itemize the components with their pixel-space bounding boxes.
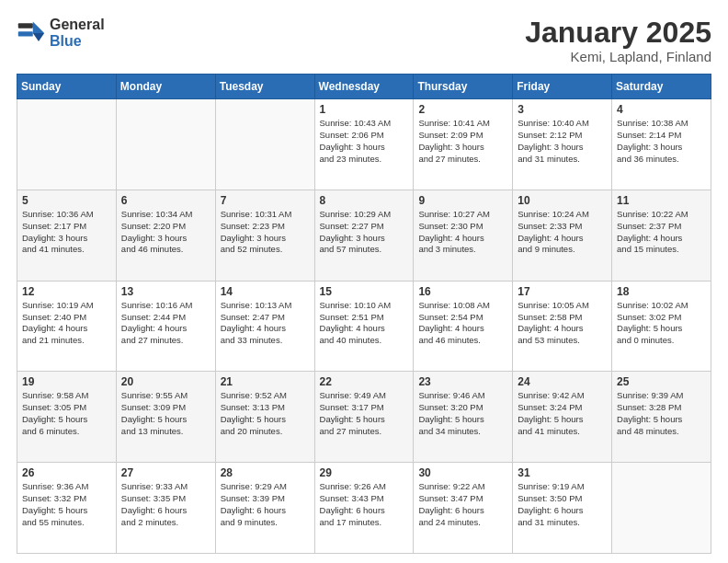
header-row: Sunday Monday Tuesday Wednesday Thursday… [17,75,711,99]
calendar-cell: 17Sunrise: 10:05 AM Sunset: 2:58 PM Dayl… [513,281,612,372]
day-info: Sunrise: 10:19 AM Sunset: 2:40 PM Daylig… [22,300,111,347]
day-info: Sunrise: 10:08 AM Sunset: 2:54 PM Daylig… [418,300,507,347]
day-number: 31 [518,466,607,479]
day-number: 20 [121,375,210,388]
calendar-header: Sunday Monday Tuesday Wednesday Thursday… [17,75,711,99]
calendar-cell [116,99,215,190]
svg-rect-2 [18,23,33,28]
day-number: 11 [617,194,706,207]
logo-blue-text: Blue [50,33,105,50]
svg-marker-0 [33,21,44,32]
day-number: 9 [418,194,507,207]
day-number: 24 [518,375,607,388]
calendar-cell: 18Sunrise: 10:02 AM Sunset: 3:02 PM Dayl… [612,281,711,372]
calendar-cell: 30Sunrise: 9:22 AM Sunset: 3:47 PM Dayli… [414,463,513,554]
calendar-week-1: 1Sunrise: 10:43 AM Sunset: 2:06 PM Dayli… [17,99,711,190]
day-number: 23 [418,375,507,388]
day-number: 17 [518,285,607,298]
calendar-week-2: 5Sunrise: 10:36 AM Sunset: 2:17 PM Dayli… [17,190,711,281]
day-info: Sunrise: 9:49 AM Sunset: 3:17 PM Dayligh… [320,390,409,437]
day-info: Sunrise: 9:19 AM Sunset: 3:50 PM Dayligh… [518,481,607,528]
day-number: 25 [617,375,706,388]
logo-icon [17,18,46,48]
day-info: Sunrise: 9:52 AM Sunset: 3:13 PM Dayligh… [221,390,310,437]
day-info: Sunrise: 10:27 AM Sunset: 2:30 PM Daylig… [418,209,507,256]
day-info: Sunrise: 10:40 AM Sunset: 2:12 PM Daylig… [518,118,607,165]
calendar-cell: 26Sunrise: 9:36 AM Sunset: 3:32 PM Dayli… [17,463,117,554]
col-monday: Monday [116,75,215,99]
title-block: January 2025 Kemi, Lapland, Finland [525,17,711,64]
col-tuesday: Tuesday [215,75,314,99]
day-number: 29 [320,466,409,479]
day-info: Sunrise: 9:33 AM Sunset: 3:35 PM Dayligh… [121,481,210,528]
day-info: Sunrise: 10:13 AM Sunset: 2:47 PM Daylig… [221,300,310,347]
calendar-cell: 25Sunrise: 9:39 AM Sunset: 3:28 PM Dayli… [612,372,711,463]
day-number: 30 [418,466,507,479]
day-number: 21 [221,375,310,388]
calendar-title: January 2025 [525,17,711,49]
day-number: 3 [518,103,607,116]
svg-marker-1 [33,33,44,41]
day-info: Sunrise: 10:24 AM Sunset: 2:33 PM Daylig… [518,209,607,256]
day-info: Sunrise: 10:41 AM Sunset: 2:09 PM Daylig… [418,118,507,165]
calendar-cell: 19Sunrise: 9:58 AM Sunset: 3:05 PM Dayli… [17,372,117,463]
day-info: Sunrise: 10:31 AM Sunset: 2:23 PM Daylig… [221,209,310,256]
calendar-cell: 24Sunrise: 9:42 AM Sunset: 3:24 PM Dayli… [513,372,612,463]
calendar-cell: 12Sunrise: 10:19 AM Sunset: 2:40 PM Dayl… [17,281,117,372]
day-number: 2 [418,103,507,116]
calendar-cell: 11Sunrise: 10:22 AM Sunset: 2:37 PM Dayl… [612,190,711,281]
day-number: 28 [221,466,310,479]
day-info: Sunrise: 10:05 AM Sunset: 2:58 PM Daylig… [518,300,607,347]
day-number: 12 [22,285,111,298]
calendar-cell [17,99,117,190]
day-number: 19 [22,375,111,388]
calendar-cell: 13Sunrise: 10:16 AM Sunset: 2:44 PM Dayl… [116,281,215,372]
day-number: 26 [22,466,111,479]
calendar-subtitle: Kemi, Lapland, Finland [525,49,711,64]
day-number: 13 [121,285,210,298]
calendar-cell: 29Sunrise: 9:26 AM Sunset: 3:43 PM Dayli… [314,463,414,554]
day-info: Sunrise: 10:22 AM Sunset: 2:37 PM Daylig… [617,209,706,256]
day-number: 14 [221,285,310,298]
calendar-cell: 7Sunrise: 10:31 AM Sunset: 2:23 PM Dayli… [215,190,314,281]
calendar-cell: 1Sunrise: 10:43 AM Sunset: 2:06 PM Dayli… [314,99,414,190]
calendar-cell: 8Sunrise: 10:29 AM Sunset: 2:27 PM Dayli… [314,190,414,281]
day-info: Sunrise: 10:43 AM Sunset: 2:06 PM Daylig… [320,118,409,165]
day-number: 7 [221,194,310,207]
calendar-cell: 2Sunrise: 10:41 AM Sunset: 2:09 PM Dayli… [414,99,513,190]
col-saturday: Saturday [612,75,711,99]
calendar-cell: 28Sunrise: 9:29 AM Sunset: 3:39 PM Dayli… [215,463,314,554]
col-thursday: Thursday [414,75,513,99]
calendar-cell: 21Sunrise: 9:52 AM Sunset: 3:13 PM Dayli… [215,372,314,463]
day-info: Sunrise: 9:58 AM Sunset: 3:05 PM Dayligh… [22,390,111,437]
col-sunday: Sunday [17,75,117,99]
day-number: 22 [320,375,409,388]
day-info: Sunrise: 10:34 AM Sunset: 2:20 PM Daylig… [121,209,210,256]
logo-text: General Blue [50,17,105,49]
day-number: 5 [22,194,111,207]
calendar-cell [612,463,711,554]
calendar-cell: 23Sunrise: 9:46 AM Sunset: 3:20 PM Dayli… [414,372,513,463]
calendar-cell [215,99,314,190]
day-number: 27 [121,466,210,479]
page: General Blue January 2025 Kemi, Lapland,… [0,0,728,563]
calendar-cell: 9Sunrise: 10:27 AM Sunset: 2:30 PM Dayli… [414,190,513,281]
day-info: Sunrise: 9:22 AM Sunset: 3:47 PM Dayligh… [418,481,507,528]
day-info: Sunrise: 10:02 AM Sunset: 3:02 PM Daylig… [617,300,706,347]
calendar-cell: 15Sunrise: 10:10 AM Sunset: 2:51 PM Dayl… [314,281,414,372]
calendar-week-3: 12Sunrise: 10:19 AM Sunset: 2:40 PM Dayl… [17,281,711,372]
calendar-cell: 4Sunrise: 10:38 AM Sunset: 2:14 PM Dayli… [612,99,711,190]
calendar-cell: 20Sunrise: 9:55 AM Sunset: 3:09 PM Dayli… [116,372,215,463]
logo-general-text: General [50,17,105,33]
calendar-cell: 10Sunrise: 10:24 AM Sunset: 2:33 PM Dayl… [513,190,612,281]
day-info: Sunrise: 10:29 AM Sunset: 2:27 PM Daylig… [320,209,409,256]
calendar-cell: 16Sunrise: 10:08 AM Sunset: 2:54 PM Dayl… [414,281,513,372]
day-info: Sunrise: 9:29 AM Sunset: 3:39 PM Dayligh… [221,481,310,528]
day-info: Sunrise: 9:36 AM Sunset: 3:32 PM Dayligh… [22,481,111,528]
col-friday: Friday [513,75,612,99]
calendar-cell: 14Sunrise: 10:13 AM Sunset: 2:47 PM Dayl… [215,281,314,372]
day-number: 15 [320,285,409,298]
day-number: 4 [617,103,706,116]
calendar-body: 1Sunrise: 10:43 AM Sunset: 2:06 PM Dayli… [17,99,711,554]
day-info: Sunrise: 9:42 AM Sunset: 3:24 PM Dayligh… [518,390,607,437]
